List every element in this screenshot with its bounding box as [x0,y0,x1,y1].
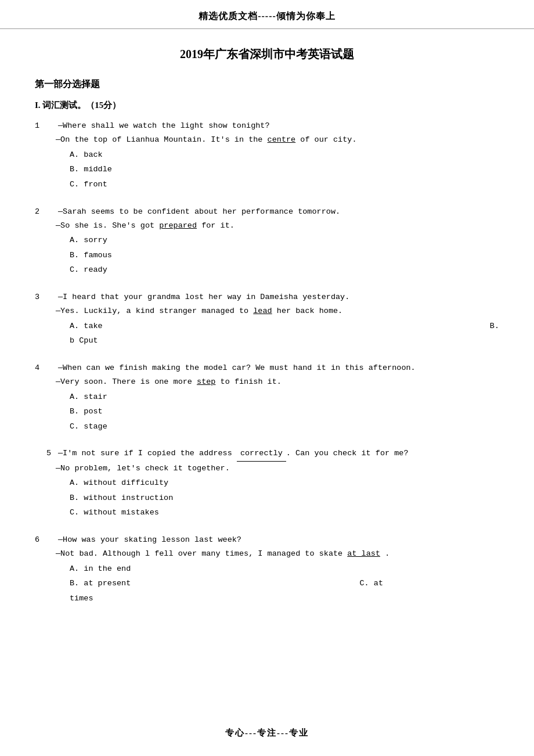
q5-dialog2: —No problem, let's check it together. [56,462,499,476]
question-5: 5 —I'm not sure if I copied the address … [35,447,499,520]
q3-option-c: b Cput [70,336,98,345]
q4-option-c: C. stage [70,419,499,434]
header-banner: 精选优质文档-----倾情为你奉上 [0,0,534,29]
q1-option-a: A. back [70,147,499,163]
section-1-title: 第一部分选择题 [35,78,499,91]
footer-banner: 专心---专注---专业 [0,728,534,739]
q3-number: 3 [35,293,46,301]
q6-option-b: B. at present [70,576,131,591]
q1-dialog1: —Where shall we watch the light show ton… [58,119,270,133]
q6-dialog1: —How was your skating lesson last week? [58,533,241,547]
question-2: 2 —Sarah seems to be confident about her… [35,205,499,278]
q2-number: 2 [35,207,46,216]
q2-dialog2: —So she is. She's got prepared for it. [56,219,499,233]
q4-dialog1: —When can we finish making the model car… [58,361,416,375]
q1-dialog2: —On the top of Lianhua Mountain. It's in… [56,133,499,147]
q5-option-a: A. without difficulty [70,476,499,491]
q4-number: 4 [35,363,46,372]
q5-underline: correctly [237,447,286,461]
q5-dialog1-part1: —I'm not sure if I copied the address [58,447,232,460]
q3-options-row1: A. take B. [70,319,499,334]
q5-dialog1: 5 —I'm not sure if I copied the address … [46,447,499,461]
q2-option-a: A. sorry [70,233,499,248]
q5-option-b: B. without instruction [70,491,499,506]
q2-dialog1: —Sarah seems to be confident about her p… [58,205,340,219]
q6-option-c: C. at [359,576,383,591]
q6-options-row2: B. at present C. at [70,576,499,591]
q2-option-c: C. ready [70,262,499,278]
q4-options: A. stair B. post C. stage [70,390,499,434]
q6-number: 6 [35,535,46,544]
q5-options: A. without difficulty B. without instruc… [70,476,499,520]
q4-option-b: B. post [70,404,499,419]
q6-options: A. in the end B. at present C. at times [70,561,499,606]
q6-underline: at last [347,549,380,558]
q6-dialog2: —Not bad. Although l fell over many time… [56,547,499,561]
q2-underline: prepared [159,221,197,230]
question-4: 4 —When can we finish making the model c… [35,361,499,434]
q2-options: A. sorry B. famous C. ready [70,233,499,278]
q6-option-c-cont: times [70,591,499,606]
q1-options: A. back B. middle C. front [70,147,499,192]
q1-number: 1 [35,121,46,130]
q6-option-a: A. in the end [70,561,499,577]
q4-dialog2: —Very soon. There is one more step to fi… [56,375,499,389]
q5-number: 5 [46,447,58,460]
q5-option-c: C. without mistakes [70,505,499,520]
q3-underline: lead [253,307,272,315]
q2-option-b: B. famous [70,248,499,263]
q1-underline: centre [268,135,296,144]
q3-dialog2: —Yes. Luckily, a kind stranger managed t… [56,304,499,318]
q5-dialog1-part2: . Can you check it for me? [286,447,409,460]
question-6: 6 —How was your skating lesson last week… [35,533,499,606]
q3-option-a: A. take [70,319,103,334]
q3-dialog1: —I heard that your grandma lost her way … [58,290,349,304]
doc-title: 2019年广东省深圳市中考英语试题 [35,46,499,62]
q3-option-b: B. [490,319,499,334]
subsection-1-title: I. 词汇测试。（15分） [35,100,499,111]
q4-underline: step [197,377,215,386]
question-1: 1 —Where shall we watch the light show t… [35,119,499,192]
q1-option-b: B. middle [70,162,499,177]
q1-option-c: C. front [70,177,499,192]
question-3: 3 —I heard that your grandma lost her wa… [35,290,499,348]
q4-option-a: A. stair [70,390,499,405]
q3-options-row2: b Cput [70,333,499,348]
